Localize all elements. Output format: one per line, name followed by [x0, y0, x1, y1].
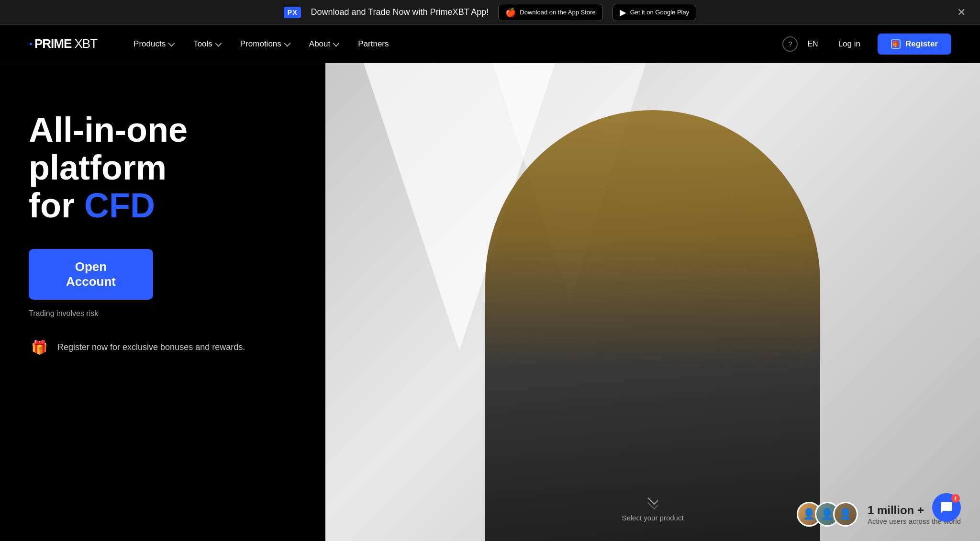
chat-button[interactable]: 1 [932, 493, 961, 522]
products-chevron-icon [168, 40, 175, 46]
avatar-3: 👤 [833, 502, 858, 527]
main-content: All-in-one platform for CFD Open Account… [0, 63, 980, 541]
scroll-indicator[interactable]: Select your product [622, 496, 683, 522]
chat-badge: 1 [951, 494, 960, 503]
apple-icon: 🍎 [505, 7, 516, 18]
tools-chevron-icon [215, 40, 222, 46]
partners-label: Partners [358, 39, 389, 49]
nav-item-tools[interactable]: Tools [186, 35, 228, 53]
hero-title-line2: for [29, 186, 84, 225]
about-label: About [309, 39, 330, 49]
nav-links: Products Tools Promotions About Partners [126, 35, 782, 53]
site-logo[interactable]: · PRIME XBT [29, 35, 97, 53]
register-icon: 🎁 [891, 39, 901, 49]
hero-title: All-in-one platform for CFD [29, 111, 297, 225]
google-play-button[interactable]: ▶ Get it on Google Play [612, 4, 697, 21]
google-play-icon: ▶ [620, 7, 626, 18]
promotions-chevron-icon [284, 40, 290, 46]
register-button[interactable]: 🎁 Register [878, 34, 951, 55]
navbar: · PRIME XBT Products Tools Promotions Ab… [0, 25, 980, 63]
nav-item-promotions[interactable]: Promotions [233, 35, 297, 53]
products-label: Products [134, 39, 166, 49]
nav-right: ? EN Log in 🎁 Register [782, 34, 951, 55]
app-store-label: Download on the App Store [520, 9, 595, 16]
gift-icon: 🎁 [29, 337, 50, 358]
avatar-group: 👤 👤 👤 [797, 502, 858, 527]
lang-label: EN [807, 40, 818, 48]
nav-item-partners[interactable]: Partners [350, 35, 396, 53]
logo-dot: · [29, 35, 33, 53]
app-store-button[interactable]: 🍎 Download on the App Store [498, 4, 602, 21]
tools-label: Tools [193, 39, 212, 49]
hero-title-line1: All-in-one platform [29, 111, 188, 187]
register-label: Register [905, 39, 938, 49]
help-button[interactable]: ? [782, 36, 798, 52]
bonus-text: Register now for exclusive bonuses and r… [57, 342, 245, 352]
hero-left: All-in-one platform for CFD Open Account… [0, 63, 325, 541]
nav-item-products[interactable]: Products [126, 35, 181, 53]
hero-cfd: CFD [84, 186, 155, 225]
open-account-button[interactable]: Open Account [29, 249, 153, 300]
risk-disclaimer: Trading involves risk [29, 309, 297, 318]
announcement-bar: PX Download and Trade Now with PrimeXBT … [0, 0, 980, 25]
about-chevron-icon [333, 40, 340, 46]
logo-text: PRIME XBT [34, 36, 97, 51]
nav-item-about[interactable]: About [301, 35, 345, 53]
hero-person-image [485, 110, 820, 541]
google-play-label: Get it on Google Play [630, 9, 690, 16]
promotions-label: Promotions [240, 39, 281, 49]
hero-right: 👤 👤 👤 1 million + Active users across th… [325, 63, 980, 541]
px-logo: PX [284, 7, 301, 18]
chat-icon [940, 501, 953, 514]
bonus-row: 🎁 Register now for exclusive bonuses and… [29, 337, 297, 358]
scroll-label: Select your product [622, 514, 683, 522]
login-button[interactable]: Log in [831, 35, 868, 53]
announcement-text: Download and Trade Now with PrimeXBT App… [311, 7, 489, 17]
announcement-close-button[interactable]: ✕ [957, 6, 966, 19]
language-selector[interactable]: EN [807, 40, 821, 48]
